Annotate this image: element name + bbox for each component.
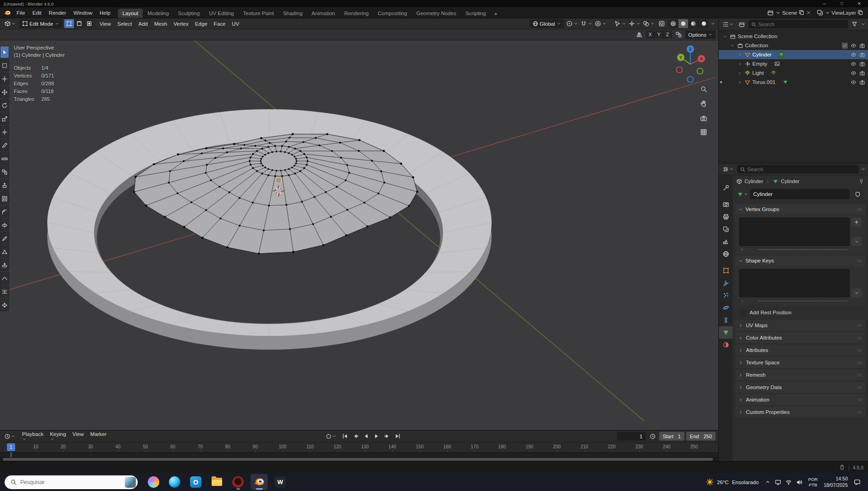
frame-end-field[interactable]: End 250 bbox=[686, 432, 716, 441]
mesh-data-icon[interactable] bbox=[778, 51, 784, 58]
jump-to-next-keyframe-button[interactable] bbox=[382, 432, 392, 441]
scene-selector-label[interactable]: Scene bbox=[782, 10, 797, 16]
timeline-menu-playback[interactable]: Playback bbox=[19, 430, 47, 442]
options-dropdown[interactable]: Options bbox=[685, 30, 716, 39]
expand-toggle-icon[interactable] bbox=[736, 52, 743, 57]
shape-keys-specials-button[interactable] bbox=[851, 288, 862, 297]
item-label[interactable]: Torus.001 bbox=[752, 79, 776, 85]
notifications-icon[interactable] bbox=[854, 479, 861, 485]
viewport-menu-vertex[interactable]: Vertex bbox=[170, 20, 192, 28]
pin-id-icon[interactable] bbox=[858, 179, 864, 184]
taskbar-app-copilot[interactable] bbox=[145, 474, 162, 490]
use-preview-range-toggle[interactable] bbox=[648, 432, 657, 441]
panel-remesh[interactable]: Remesh bbox=[735, 369, 865, 380]
resize-grip[interactable] bbox=[758, 301, 847, 301]
mirror-axis-y[interactable]: Y bbox=[655, 31, 663, 39]
tool-loop-cut[interactable] bbox=[0, 219, 9, 231]
jump-to-start-button[interactable] bbox=[340, 432, 350, 441]
chevron-down-icon[interactable] bbox=[588, 21, 593, 26]
vertex-groups-list[interactable] bbox=[739, 218, 850, 246]
properties-tab-material[interactable] bbox=[719, 339, 733, 351]
frame-start-field[interactable]: Start 1 bbox=[659, 432, 684, 441]
shading-wireframe[interactable] bbox=[668, 19, 678, 28]
playhead[interactable]: 1 bbox=[7, 443, 15, 451]
pivot-point-dropdown[interactable] bbox=[566, 20, 578, 27]
proportional-editing-icon[interactable] bbox=[594, 20, 601, 27]
unlink-scene-icon[interactable] bbox=[806, 10, 811, 15]
proportional-editing-controls[interactable] bbox=[594, 20, 607, 27]
drag-dots-icon[interactable] bbox=[857, 409, 862, 415]
drag-dots-icon[interactable] bbox=[857, 347, 862, 353]
properties-tab-modifiers[interactable] bbox=[719, 277, 733, 289]
outliner-item-cylinder[interactable]: Cylinder bbox=[719, 50, 868, 59]
timeline-horizontal-scrollbar[interactable] bbox=[3, 458, 713, 461]
blender-logo-icon[interactable] bbox=[3, 9, 12, 17]
properties-tab-object[interactable] bbox=[719, 264, 733, 277]
taskbar-search-input[interactable] bbox=[20, 479, 122, 485]
language-indicator[interactable]: POR PTB bbox=[808, 477, 818, 488]
tool-extrude-region[interactable] bbox=[0, 179, 9, 191]
drag-dots-icon[interactable] bbox=[857, 335, 862, 341]
tool-add-primitive[interactable] bbox=[0, 166, 9, 178]
properties-tab-scene[interactable] bbox=[719, 235, 733, 248]
current-frame-field[interactable]: 1 bbox=[617, 432, 646, 441]
viewlayer-selector-label[interactable]: ViewLayer bbox=[832, 10, 857, 16]
filter-button[interactable] bbox=[850, 20, 859, 28]
subpanel-expand-icon[interactable] bbox=[740, 299, 745, 303]
tool-select-box[interactable] bbox=[0, 59, 9, 72]
menu-window[interactable]: Window bbox=[70, 9, 96, 17]
properties-tab-particles[interactable] bbox=[719, 289, 733, 301]
workspace-tab-geometry-nodes[interactable]: Geometry Nodes bbox=[412, 9, 461, 18]
breadcrumb-label[interactable]: Cylinder bbox=[781, 179, 799, 184]
shading-rendered[interactable] bbox=[699, 19, 709, 28]
fake-user-toggle[interactable] bbox=[851, 189, 863, 199]
panel-header-vertex-groups[interactable]: Vertex Groups bbox=[735, 204, 865, 214]
outliner-item-light[interactable]: Light bbox=[719, 68, 868, 78]
chevron-down-icon[interactable] bbox=[861, 167, 866, 172]
taskbar-app-office-w[interactable]: W bbox=[272, 474, 289, 490]
properties-tab-object-data[interactable] bbox=[719, 326, 733, 339]
menu-render[interactable]: Render bbox=[45, 9, 70, 17]
shading-solid[interactable] bbox=[678, 19, 689, 28]
disable-in-renders-icon[interactable] bbox=[859, 43, 865, 49]
properties-search-input[interactable] bbox=[747, 167, 856, 172]
properties-tab-output[interactable] bbox=[719, 211, 733, 223]
select-mode-face[interactable] bbox=[84, 19, 95, 28]
jump-to-prev-keyframe-button[interactable] bbox=[351, 432, 360, 441]
weather-widget[interactable]: 26°C Ensolarado bbox=[706, 478, 759, 486]
hide-in-viewport-icon[interactable] bbox=[851, 70, 857, 76]
taskbar-app-media-app[interactable] bbox=[230, 474, 246, 490]
search-highlight-image[interactable] bbox=[125, 477, 136, 488]
editor-type-button[interactable] bbox=[3, 432, 17, 441]
workspace-tab-shading[interactable]: Shading bbox=[279, 9, 307, 18]
viewport-menu-edge[interactable]: Edge bbox=[192, 20, 211, 28]
taskbar-app-blender[interactable] bbox=[251, 474, 268, 490]
select-mode-edge[interactable] bbox=[74, 19, 84, 28]
shape-keys-list[interactable] bbox=[739, 269, 850, 297]
mirror-axis-z[interactable]: Z bbox=[663, 31, 672, 39]
minimize-button[interactable]: ─ bbox=[816, 0, 833, 7]
display-mode-button[interactable] bbox=[737, 20, 746, 28]
properties-tab-render[interactable] bbox=[719, 198, 733, 211]
panel-custom-properties[interactable]: Custom Properties bbox=[735, 407, 865, 418]
workspace-tab-layout[interactable]: Layout bbox=[118, 9, 143, 18]
item-label[interactable]: Collection bbox=[745, 43, 768, 48]
tool-rotate[interactable] bbox=[0, 99, 9, 112]
hide-in-viewport-icon[interactable] bbox=[851, 79, 857, 85]
outliner-item-torus-001[interactable]: Torus.001 bbox=[719, 78, 868, 87]
vertex-groups-specials-button[interactable] bbox=[851, 237, 862, 246]
outliner-item-empty[interactable]: Empty bbox=[719, 59, 868, 68]
editor-type-button[interactable] bbox=[721, 165, 735, 173]
taskbar-app-edge[interactable] bbox=[166, 474, 183, 490]
drag-dots-icon[interactable] bbox=[857, 397, 862, 403]
clock-widget[interactable]: 14:50 18/07/2025 bbox=[823, 476, 848, 488]
wifi-icon[interactable] bbox=[785, 479, 792, 485]
timeline-menu-view[interactable]: View bbox=[69, 430, 87, 442]
item-label[interactable]: Light bbox=[752, 70, 764, 76]
disable-in-renders-icon[interactable] bbox=[859, 52, 865, 58]
exclude-checkbox[interactable] bbox=[842, 43, 848, 49]
mesh-data-icon[interactable] bbox=[782, 79, 789, 85]
overlays-dropdown[interactable] bbox=[643, 20, 655, 27]
viewport-scene[interactable]: ZYX bbox=[0, 40, 718, 430]
mirror-axis-x[interactable]: X bbox=[646, 31, 655, 39]
